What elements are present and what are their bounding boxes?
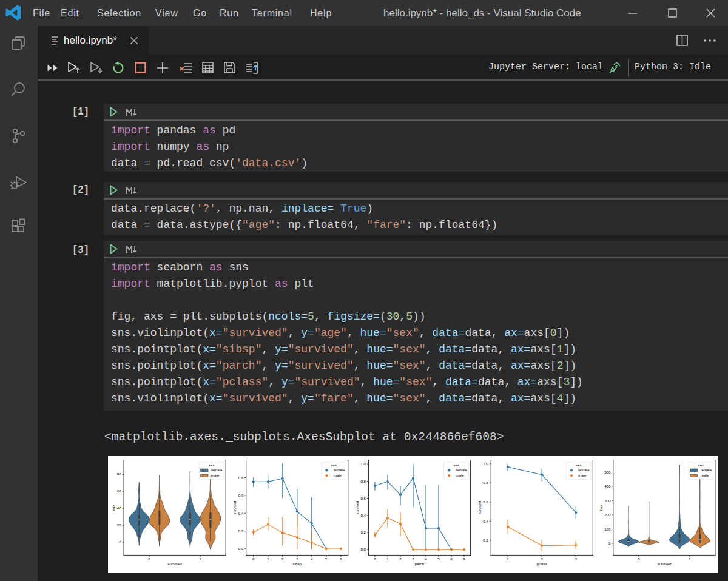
svg-text:female: female — [334, 468, 345, 472]
svg-text:fare: fare — [599, 504, 603, 511]
svg-text:sex: sex — [453, 463, 460, 467]
svg-text:1: 1 — [689, 557, 691, 561]
svg-text:0: 0 — [374, 557, 376, 561]
svg-text:male: male — [456, 473, 464, 477]
svg-text:80: 80 — [117, 472, 121, 476]
svg-text:0.4: 0.4 — [483, 519, 488, 523]
svg-text:0.4: 0.4 — [238, 511, 244, 516]
svg-text:female: female — [456, 468, 467, 472]
svg-text:pclass: pclass — [536, 562, 547, 566]
svg-text:male: male — [578, 473, 587, 477]
svg-text:sex: sex — [576, 463, 582, 467]
svg-text:0.8: 0.8 — [360, 479, 366, 483]
svg-text:female: female — [578, 468, 590, 472]
svg-text:5: 5 — [437, 557, 440, 561]
svg-text:400: 400 — [604, 484, 611, 488]
svg-text:0.2: 0.2 — [483, 538, 488, 542]
svg-text:0.6: 0.6 — [483, 500, 488, 504]
svg-text:survived: survived — [355, 500, 359, 515]
svg-text:survived: survived — [168, 562, 183, 566]
svg-text:8: 8 — [340, 557, 342, 561]
svg-text:male: male — [701, 473, 709, 477]
svg-text:female: female — [701, 468, 712, 472]
svg-text:3: 3 — [412, 557, 414, 561]
svg-text:2: 2 — [399, 557, 402, 561]
svg-text:sex: sex — [209, 463, 215, 467]
svg-text:6: 6 — [450, 557, 453, 561]
svg-text:500: 500 — [604, 470, 611, 474]
svg-text:0: 0 — [608, 541, 611, 545]
svg-text:40: 40 — [117, 506, 121, 510]
svg-text:1.0: 1.0 — [360, 462, 366, 466]
svg-text:20: 20 — [117, 523, 121, 527]
svg-text:0.0: 0.0 — [238, 546, 244, 551]
svg-text:female: female — [211, 468, 223, 472]
svg-text:0: 0 — [638, 557, 640, 561]
svg-text:survived: survived — [232, 500, 237, 515]
svg-text:0.0: 0.0 — [360, 547, 366, 551]
svg-text:0.2: 0.2 — [360, 530, 366, 534]
svg-text:3: 3 — [575, 557, 578, 561]
svg-text:2: 2 — [281, 557, 284, 561]
svg-text:300: 300 — [604, 499, 611, 503]
svg-text:0.8: 0.8 — [483, 480, 488, 485]
svg-text:sex: sex — [331, 463, 337, 467]
svg-text:3: 3 — [296, 557, 298, 561]
svg-text:0: 0 — [252, 557, 255, 561]
svg-text:survived: survived — [657, 562, 672, 566]
svg-text:0.8: 0.8 — [238, 475, 244, 480]
svg-text:1: 1 — [199, 557, 201, 561]
svg-text:1: 1 — [267, 557, 269, 561]
svg-text:0.4: 0.4 — [360, 513, 366, 517]
svg-text:male: male — [334, 473, 342, 477]
svg-text:sibsp: sibsp — [293, 562, 302, 566]
svg-text:sex: sex — [698, 463, 705, 467]
svg-text:4: 4 — [311, 557, 313, 561]
svg-text:60: 60 — [117, 489, 121, 493]
svg-text:2: 2 — [541, 557, 543, 561]
svg-text:5: 5 — [325, 557, 328, 561]
svg-text:age: age — [111, 504, 115, 511]
svg-text:9: 9 — [463, 557, 465, 561]
svg-text:200: 200 — [604, 512, 611, 517]
svg-text:1: 1 — [507, 557, 509, 561]
svg-text:parch: parch — [415, 562, 425, 566]
svg-text:0: 0 — [119, 540, 121, 544]
svg-text:male: male — [211, 473, 220, 477]
svg-text:1.0: 1.0 — [483, 462, 488, 466]
svg-text:0: 0 — [148, 557, 150, 561]
svg-text:0.6: 0.6 — [238, 493, 244, 497]
svg-text:1: 1 — [386, 557, 389, 561]
svg-text:0.2: 0.2 — [238, 529, 244, 533]
svg-text:4: 4 — [425, 557, 427, 561]
svg-text:0.6: 0.6 — [360, 496, 366, 500]
svg-text:100: 100 — [604, 527, 611, 531]
svg-text:survived: survived — [477, 500, 482, 515]
